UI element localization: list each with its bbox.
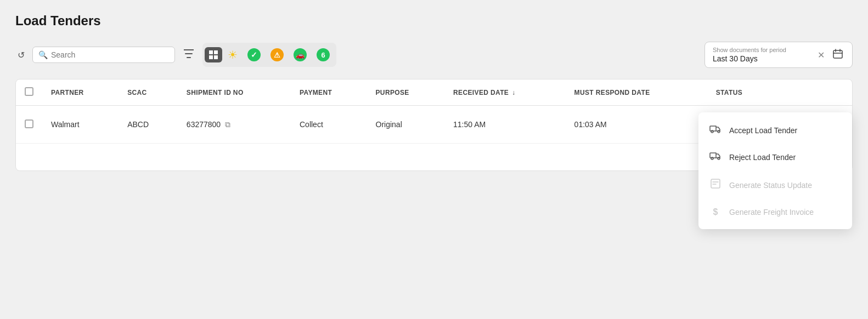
svg-point-9 — [711, 157, 713, 160]
select-all-checkbox[interactable] — [25, 87, 33, 96]
svg-rect-0 — [209, 50, 213, 54]
grid-view-button[interactable] — [205, 47, 222, 62]
context-dropdown-menu: Accept Load Tender Reject Load Tender Ge… — [698, 112, 852, 229]
period-calendar-button[interactable] — [831, 47, 844, 63]
generate-freight-invoice-item: $ Generate Freight Invoice — [698, 200, 852, 225]
warning-filter-button[interactable]: ⚠ — [266, 45, 288, 65]
search-input[interactable] — [51, 50, 169, 59]
search-icon: 🔍 — [38, 50, 48, 59]
filter-button[interactable] — [181, 47, 197, 62]
period-selector-label: Show documents for period — [713, 47, 811, 53]
page-title: Load Tenders — [15, 13, 853, 29]
partner-column-header: Partner — [42, 79, 119, 106]
svg-point-10 — [718, 157, 720, 160]
purpose-column-header: Purpose — [367, 79, 445, 106]
received-date-sort-arrow: ↓ — [512, 89, 515, 96]
row-checkbox[interactable] — [25, 119, 33, 128]
scac-cell: ABCD — [119, 106, 178, 144]
svg-rect-11 — [711, 179, 720, 188]
payment-cell: Collect — [291, 106, 367, 144]
status-column-header: Status — [707, 79, 852, 106]
sun-filter-button[interactable]: ☀ — [223, 45, 242, 65]
shipment-id-cell: 63277800 ⧉ — [178, 106, 291, 144]
check-filter-button[interactable]: ✓ — [243, 45, 265, 65]
view-mode-toolbar: ☀ ✓ ⚠ 🚗 6 — [202, 43, 336, 67]
reject-load-tender-item[interactable]: Reject Load Tender — [698, 144, 852, 170]
received-date-cell: 11:50 AM — [444, 106, 566, 144]
svg-rect-3 — [214, 55, 218, 59]
row-checkbox-cell — [16, 106, 42, 144]
truck-number-filter-button[interactable]: 6 — [312, 45, 334, 65]
svg-rect-4 — [833, 50, 842, 58]
payment-column-header: Payment — [291, 79, 367, 106]
period-selector-value: Last 30 Days — [713, 54, 758, 63]
copy-icon[interactable]: ⧉ — [225, 120, 230, 129]
partner-cell: Walmart — [42, 106, 119, 144]
generate-freight-invoice-label: Generate Freight Invoice — [729, 208, 814, 217]
shipment-id-column-header: SHIPMENT ID NO — [178, 79, 291, 106]
period-selector: Show documents for period Last 30 Days ✕ — [704, 42, 853, 68]
purpose-cell: Original — [367, 106, 445, 144]
accept-load-tender-label: Accept Load Tender — [729, 126, 797, 135]
reject-load-tender-label: Reject Load Tender — [729, 153, 796, 162]
svg-point-8 — [718, 130, 720, 133]
period-clear-button[interactable]: ✕ — [816, 49, 826, 61]
search-wrapper: 🔍 — [32, 47, 175, 63]
truck-check-filter-button[interactable]: 🚗 — [289, 45, 311, 65]
accept-truck-icon — [709, 124, 722, 136]
svg-rect-2 — [209, 55, 213, 59]
reject-truck-icon — [709, 151, 722, 163]
status-update-icon — [709, 178, 722, 192]
must-respond-date-cell: 01:03 AM — [566, 106, 707, 144]
load-tenders-table-container: Partner SCAC SHIPMENT ID NO Payment Purp… — [15, 79, 853, 171]
scac-column-header: SCAC — [119, 79, 178, 106]
freight-invoice-icon: $ — [709, 207, 722, 217]
refresh-button[interactable]: ↺ — [15, 48, 27, 62]
svg-point-7 — [711, 130, 713, 133]
period-selector-inner: Show documents for period Last 30 Days — [713, 47, 811, 63]
received-date-column-header[interactable]: RECEIVED DATE ↓ — [444, 79, 566, 106]
generate-status-update-item: Generate Status Update — [698, 170, 852, 200]
generate-status-update-label: Generate Status Update — [729, 181, 812, 190]
toolbar: ↺ 🔍 ☀ ✓ ⚠ 🚗 6 Show docu — [15, 42, 853, 68]
accept-load-tender-item[interactable]: Accept Load Tender — [698, 117, 852, 144]
svg-rect-1 — [214, 50, 218, 54]
must-respond-date-column-header: MUST RESPOND DATE — [566, 79, 707, 106]
select-all-column — [16, 79, 42, 106]
table-header-row: Partner SCAC SHIPMENT ID NO Payment Purp… — [16, 79, 852, 106]
